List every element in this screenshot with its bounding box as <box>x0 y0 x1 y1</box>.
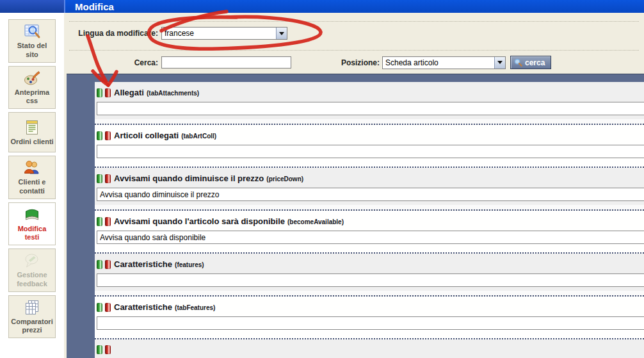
row-code: (priceDown) <box>266 174 303 183</box>
page-title: Modifica <box>75 1 114 12</box>
green-book-flag-icon <box>97 174 102 183</box>
feedback-icon <box>23 252 41 270</box>
contacts-icon <box>23 159 41 177</box>
translation-input[interactable] <box>97 145 644 158</box>
position-select[interactable]: Scheda articolo <box>382 56 506 69</box>
search-button[interactable]: cerca <box>510 56 551 69</box>
row-label: Avvisami quando l'articolo sarà disponib… <box>97 216 644 226</box>
translation-input[interactable] <box>97 102 644 115</box>
text-entry-row: Avvisami quando l'articolo sarà disponib… <box>95 211 644 254</box>
row-label <box>97 345 644 354</box>
red-book-flag-icon <box>105 260 111 269</box>
green-book-icon <box>23 206 41 224</box>
row-code: (tabFeatures) <box>175 303 215 311</box>
sidebar-item-modifica-testi[interactable]: Modifica testi <box>8 202 56 246</box>
row-title: Caratteristiche <box>114 259 172 269</box>
red-book-flag-icon <box>105 217 111 226</box>
green-book-flag-icon <box>97 303 102 312</box>
row-title: Avvisami quando l'articolo sarà disponib… <box>114 216 285 226</box>
sidebar-item-stato-del-sito[interactable]: Stato del sito <box>8 19 56 63</box>
row-code: (tabAttachments) <box>147 88 199 97</box>
green-book-flag-icon <box>97 345 102 354</box>
text-entry-row: Articoli collegati (tabArtColl) <box>95 125 644 168</box>
language-select[interactable]: francese <box>161 27 287 40</box>
row-label: Avvisami quando diminuisce il prezzo (pr… <box>97 174 644 183</box>
text-entries-list: Allegati (tabAttachments) Articoli colle… <box>67 74 644 358</box>
main-panel: Modifica Lingua da modificare: francese … <box>64 0 644 358</box>
sidebar-item-anteprima-css[interactable]: Anteprima css <box>8 66 56 110</box>
text-entry-row: Caratteristiche (tabFeatures) <box>95 297 644 339</box>
sidebar-item-label: Stato del sito <box>10 42 54 60</box>
row-code: (tabArtColl) <box>181 131 216 140</box>
search-input[interactable] <box>161 56 291 69</box>
sidebar-item-label: Anteprima css <box>10 88 54 106</box>
language-row: Lingua da modificare: francese <box>69 21 639 40</box>
language-selected-value: francese <box>162 28 276 39</box>
sidebar-header-bar <box>0 0 64 13</box>
green-book-flag-icon <box>97 260 102 269</box>
row-label: Caratteristiche (features) <box>97 259 644 269</box>
sidebar-item-comparatori-prezzi[interactable]: Comparatori prezzi <box>8 295 56 339</box>
language-dropdown-button[interactable] <box>276 28 287 39</box>
row-code: (becomeAvailable) <box>287 217 344 225</box>
red-book-flag-icon <box>105 303 111 312</box>
text-entry-row <box>95 339 644 358</box>
sidebar-item-label: Clienti e contatti <box>10 178 54 196</box>
text-entry-row: Allegati (tabAttachments) <box>95 82 644 125</box>
site-status-icon <box>23 22 41 40</box>
sidebar-item-label: Comparatori prezzi <box>10 318 54 336</box>
sidebar-item-label: Ordini clienti <box>10 138 53 147</box>
row-title: Caratteristiche <box>114 302 172 312</box>
search-row: Cerca: Posizione: Scheda articolo cerca <box>69 50 639 69</box>
red-book-flag-icon <box>105 131 111 140</box>
sidebar-item-label: Gestione feedback <box>10 271 54 289</box>
sidebar-item-clienti-e-contatti[interactable]: Clienti e contatti <box>8 156 56 199</box>
red-book-flag-icon <box>105 345 111 354</box>
search-button-label: cerca <box>525 58 545 67</box>
translation-input[interactable] <box>97 273 644 287</box>
row-label: Caratteristiche (tabFeatures) <box>97 302 644 312</box>
sidebar-item-label: Modifica testi <box>10 225 54 243</box>
sidebar-item-ordini-clienti[interactable]: Ordini clienti <box>8 112 56 152</box>
search-label: Cerca: <box>69 58 158 67</box>
row-title: Articoli collegati <box>114 131 179 140</box>
sidebar: Stato del sito Anteprima css Ordini clie… <box>0 0 64 358</box>
green-book-flag-icon <box>97 88 102 97</box>
search-icon <box>514 58 522 67</box>
red-book-flag-icon <box>105 88 111 97</box>
red-book-flag-icon <box>105 174 111 183</box>
position-selected-value: Scheda articolo <box>383 57 494 69</box>
chevron-down-icon <box>279 32 284 35</box>
translation-input[interactable] <box>97 231 644 244</box>
row-label: Allegati (tabAttachments) <box>97 88 644 97</box>
orders-icon <box>23 118 41 136</box>
translation-input[interactable] <box>97 316 644 330</box>
sidebar-item-gestione-feedback[interactable]: Gestione feedback <box>8 248 56 292</box>
position-label: Posizione: <box>341 58 380 67</box>
green-book-flag-icon <box>97 131 102 140</box>
css-preview-icon <box>23 69 41 87</box>
row-code: (features) <box>175 260 204 268</box>
row-title: Avvisami quando diminuisce il prezzo <box>114 174 264 183</box>
row-label: Articoli collegati (tabArtColl) <box>97 131 644 140</box>
price-grid-icon <box>23 298 41 316</box>
sidebar-buttons: Stato del sito Anteprima css Ordini clie… <box>0 13 64 338</box>
green-book-flag-icon <box>97 217 102 226</box>
position-dropdown-button[interactable] <box>494 57 505 69</box>
page-header: Modifica <box>64 0 644 13</box>
text-entry-row: Avvisami quando diminuisce il prezzo (pr… <box>95 168 644 211</box>
chevron-down-icon <box>497 61 503 64</box>
row-title: Allegati <box>114 88 144 97</box>
text-entry-row: Caratteristiche (features) <box>95 254 644 297</box>
translation-input[interactable] <box>97 188 644 201</box>
language-label: Lingua da modificare: <box>69 29 158 38</box>
toolbar: Lingua da modificare: francese Cerca: Po… <box>64 21 644 69</box>
